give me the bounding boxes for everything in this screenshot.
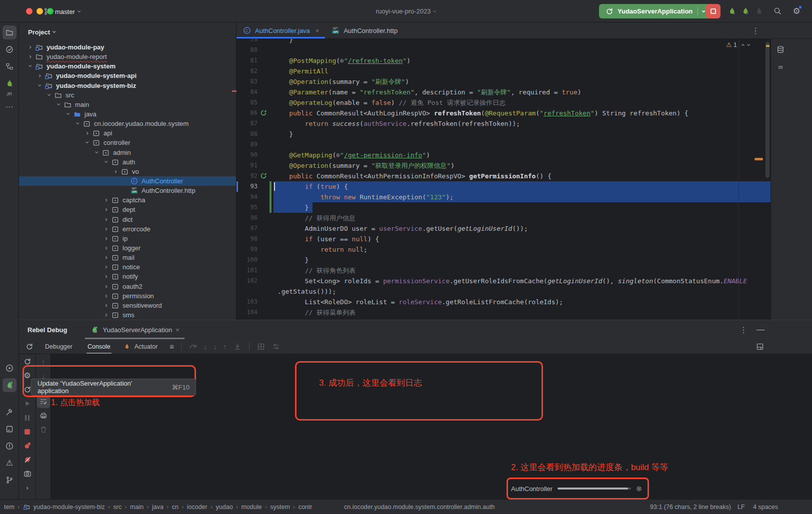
breadcrumb-item[interactable]: java [152, 504, 164, 511]
tool-run-icon[interactable] [2, 361, 16, 375]
chevron-right-icon[interactable]: › [112, 168, 120, 175]
chevron-right-icon[interactable]: › [102, 292, 110, 300]
hot-reload-gutter-icon[interactable] [260, 172, 268, 180]
chevron-right-icon[interactable]: › [102, 196, 110, 204]
next-problem-icon[interactable]: › [746, 43, 752, 46]
tree-item-vo[interactable]: ›vo [19, 167, 236, 176]
minimize-panel-icon[interactable]: — [756, 325, 764, 335]
thread-dump-camera-icon[interactable] [21, 467, 34, 480]
code-line-87[interactable]: 87 return success(authService.refreshTok… [236, 118, 770, 129]
code-line-100[interactable]: 100 } [236, 255, 770, 265]
tree-item-sms[interactable]: ›sms [19, 310, 236, 320]
chevron-down-icon[interactable]: › [26, 62, 34, 70]
chevron-right-icon[interactable]: › [102, 206, 110, 213]
chevron-right-icon[interactable]: › [102, 235, 110, 242]
line-separator-widget[interactable]: LF [738, 504, 745, 511]
chevron-right-icon[interactable]: › [102, 225, 110, 233]
breadcrumb-item[interactable]: iocoder [187, 504, 208, 511]
code-line-89[interactable]: 89 [236, 139, 770, 150]
code-line-85[interactable]: 85 @OperateLog(enable = false) // 避免 Pos… [236, 97, 770, 108]
close-session-icon[interactable]: × [176, 326, 180, 334]
tree-item-auth[interactable]: ›auth [19, 157, 236, 167]
tool-project-icon[interactable] [2, 25, 16, 39]
chevron-right-icon[interactable]: › [102, 263, 110, 271]
code-line-102[interactable]: 102 Set<Long> roleIds = permissionServic… [236, 276, 770, 286]
breadcrumb-item[interactable]: contr [298, 504, 312, 511]
panel-options-kebab-icon[interactable]: ⋮ [740, 325, 748, 335]
tree-item-yudao-module-system[interactable]: ›yudao-module-system [19, 61, 236, 71]
code-line-104[interactable]: 104 // 获得菜单列表 [236, 307, 770, 318]
tree-item-errorcode[interactable]: ›errorcode [19, 224, 236, 234]
print-console-icon[interactable] [37, 409, 50, 422]
code-line-81[interactable]: 81 @PostMapping(⊕"/refresh-token") [236, 55, 770, 66]
hot-reload-gutter-icon[interactable] [260, 109, 268, 117]
indent-widget[interactable]: 4 spaces [753, 504, 778, 511]
chevron-right-icon[interactable]: › [83, 129, 92, 137]
chevron-right-icon[interactable]: › [102, 302, 110, 309]
code-line-99[interactable]: 99 return null; [236, 244, 770, 255]
code-line-82[interactable]: 82 @PermitAll [236, 66, 770, 76]
tree-item-authcontroller[interactable]: CAuthController [19, 176, 236, 186]
code-line-93[interactable]: 93 if (true) { [236, 181, 770, 192]
pause-program-icon[interactable] [21, 411, 34, 424]
tool-structure-icon[interactable] [2, 59, 16, 73]
code-line-96[interactable]: 96 // 获得用户信息 [236, 213, 770, 223]
project-panel-header[interactable]: Project › [19, 22, 236, 41]
run-to-cursor-icon[interactable] [233, 342, 242, 351]
chevron-right-icon[interactable]: › [102, 254, 110, 261]
tool-git-icon[interactable] [2, 473, 16, 487]
chevron-right-icon[interactable]: › [102, 311, 110, 319]
tree-item-yudao-module-system-biz[interactable]: ›yudao-module-system-biz [19, 81, 236, 90]
tree-item-main[interactable]: ›main [19, 100, 236, 109]
code-line-wrap[interactable]: .getStatus())); [236, 286, 770, 297]
tree-item-sensitiveword[interactable]: ›sensitiveword [19, 301, 236, 310]
tree-item-notify[interactable]: ›notify [19, 272, 236, 281]
tree-item-dict[interactable]: ›dict [19, 215, 236, 224]
code-line-83[interactable]: 83 @Operation(summary = "刷新令牌") [236, 76, 770, 87]
tree-item-api[interactable]: ›api [19, 128, 236, 138]
tool-maven-icon[interactable]: m [774, 59, 788, 73]
layout-settings-icon[interactable] [756, 342, 764, 351]
jrebel-debug-icon[interactable] [741, 6, 750, 15]
code-line-94[interactable]: 94 throw new RuntimeException("123"); [236, 192, 770, 202]
tree-item-yudao-module-pay[interactable]: ›yudao-module-pay [19, 42, 236, 52]
tool-problems-icon[interactable] [2, 439, 16, 453]
chevron-right-icon[interactable]: › [36, 72, 44, 79]
chevron-right-icon[interactable]: › [26, 43, 34, 51]
code-line-101[interactable]: 101 // 获得角色列表 [236, 265, 770, 276]
breadcrumb-item[interactable]: yudao-module-system-biz [34, 504, 105, 511]
jrebel-reload-icon[interactable] [728, 6, 736, 15]
settings-gear-icon[interactable]: ⚙ [792, 6, 801, 15]
menu-icon[interactable]: ≡ [170, 343, 174, 350]
code-line-84[interactable]: 84 @Parameter(name = "refreshToken", des… [236, 87, 770, 97]
tree-item-permission[interactable]: ›permission [19, 291, 236, 301]
more-actions-chevron-icon[interactable]: › [21, 481, 34, 494]
code-line-103[interactable]: 103 List<RoleDO> roleList = roleService.… [236, 297, 770, 307]
chevron-down-icon[interactable]: › [74, 120, 82, 127]
debug-tab-debugger[interactable]: Debugger [39, 339, 82, 354]
tree-item-admin[interactable]: ›admin [19, 148, 236, 157]
chevron-right-icon[interactable]: › [26, 53, 34, 60]
breadcrumb-item[interactable]: src [114, 504, 122, 511]
chevron-down-icon[interactable]: › [83, 139, 92, 146]
mute-filter-icon[interactable] [272, 342, 280, 351]
breadcrumb-item[interactable]: system [270, 504, 290, 511]
chevron-down-icon[interactable]: › [36, 82, 44, 89]
tree-item-src[interactable]: ›src [19, 90, 236, 100]
search-icon[interactable] [773, 6, 782, 15]
run-configuration-button[interactable]: YudaoServerApplication › [599, 4, 710, 18]
stop-process-icon[interactable] [21, 425, 34, 438]
code-line-95[interactable]: 95 } [236, 202, 770, 213]
tree-item-notice[interactable]: ›notice [19, 262, 236, 272]
tree-item-yudao-module-system-api[interactable]: ›yudao-module-system-api [19, 71, 236, 80]
chevron-down-icon[interactable]: › [64, 110, 72, 118]
jrebel-disabled-icon[interactable] [754, 6, 764, 15]
mute-breakpoints-icon[interactable] [21, 453, 34, 466]
breadcrumb-item[interactable]: tem [4, 504, 14, 511]
tree-item-mail[interactable]: ›mail [19, 253, 236, 262]
code-line-91[interactable]: 91 @Operation(summary = "获取登录用户的权限信息") [236, 160, 770, 171]
tree-item-java[interactable]: ›java [19, 109, 236, 119]
tree-item-authcontroller-http[interactable]: APIAuthController.http [19, 186, 236, 195]
tab-authcontroller-java[interactable]: C AuthController.java × [236, 22, 325, 38]
clear-console-icon[interactable] [37, 423, 50, 436]
